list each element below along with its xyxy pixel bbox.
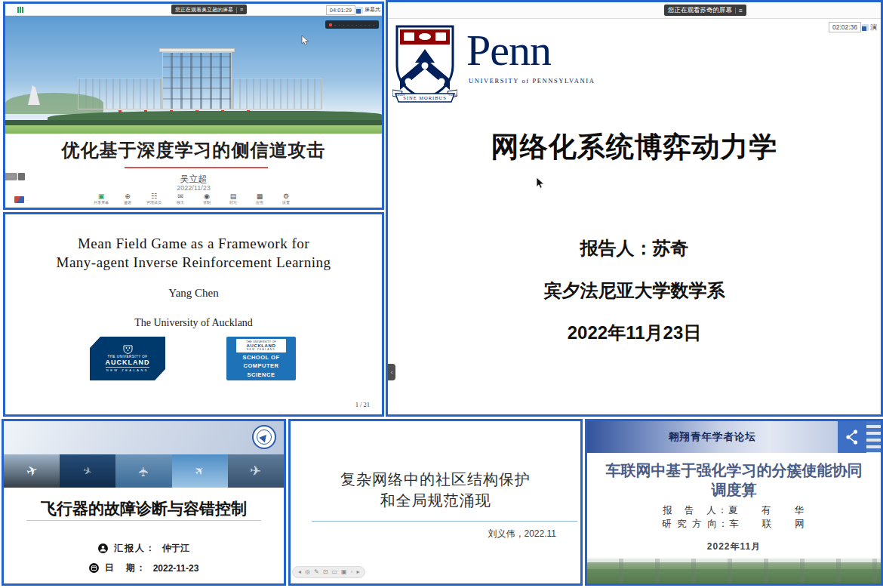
slide-date: 2022年11月 [587,540,881,553]
transcript-button[interactable]: ▤ 转写 [223,193,243,207]
presentation-toolbar[interactable]: ◂ ◎ ✎ ⊡ ▭ ▣ ◦ ▸ [292,566,365,578]
flying-wing-icon: ✈ [136,466,152,476]
apps-button[interactable]: ▦ 应用 [250,193,269,207]
view-toggle-label: 屏幕共享 [365,6,381,14]
slide-title: 飞行器的故障诊断与容错控制 [4,498,284,519]
meeting-topbar [388,2,881,19]
slide-affiliation: The University of Auckland [5,317,382,329]
slide-title-line2: Many-agent Inverse Reinforcement Learnin… [5,254,382,271]
members-button[interactable]: ☷ 管理成员 [144,193,164,207]
tooltip-text: 您正在观看苏奇的屏幕 [668,6,732,15]
tooltip-divider [236,7,237,13]
share-button[interactable] [838,421,866,453]
sidebar-collapse-tab[interactable]: ‹ [388,364,395,380]
video-tile-wulichao[interactable]: 您正在观看吴立超的屏幕 ≡ 04:01:29 屏幕共享 · · · [3,2,384,210]
subtitles-icon[interactable]: ▣ [341,569,347,575]
chat-button[interactable]: ✉ 聊天 [171,193,190,207]
invite-button[interactable]: ⊕ 邀请 [118,193,137,207]
aircraft-photo-transport: ✈ [228,454,284,488]
more-options-icon[interactable]: ◦ [351,569,353,575]
aircraft-photo-fighter-dark: ✈ [60,454,115,488]
video-tile-yangchen[interactable]: Mean Field Game as a Framework for Many-… [3,212,384,417]
building-tower [162,52,232,109]
slide-date-line: 2022年11月23日 [388,321,881,345]
members-icon: ☷ [151,193,157,200]
video-tile-liuyiwei[interactable]: 复杂网络中的社区结构保护 和全局规范涌现 刘义伟，2022.11 ◂ ◎ ✎ ⊡… [288,419,583,586]
mouse-cursor-black [536,177,545,189]
share-icon [845,428,860,446]
tooltip-menu-icon[interactable]: ≡ [240,7,243,12]
apps-icon: ▦ [257,193,263,200]
share-screen-button[interactable]: ▣ 共享屏幕 [91,193,111,207]
record-icon: ◉ [204,193,210,200]
watching-screen-tooltip[interactable]: 您正在观看吴立超的屏幕 ≡ [171,5,247,14]
next-slide-icon[interactable]: ▸ [356,569,359,575]
forum-title: 翱翔青年学者论坛 [587,421,838,453]
title-underline [26,520,261,521]
logo-ring [257,429,272,445]
slide-header-band [4,421,284,454]
share-screen-icon: ▣ [98,193,105,200]
slide-author: Yang Chen [5,287,382,300]
penn-wordmark: Penn [466,25,551,75]
slide-presenter-line: 报告人：苏奇 [388,236,881,260]
calendar-icon [89,563,99,573]
slide-title-line1: 复杂网络中的社区结构保护 [291,469,580,490]
video-tile-xiayouhua[interactable]: 翱翔青年学者论坛 车联网中基于强化学习的分簇使能协同 调度算 报 告 人：夏 有… [585,419,883,586]
tooltip-menu-icon[interactable]: ≡ [739,7,743,14]
slide-title-line1: Mean Field Game as a Framework for [5,236,382,252]
fighter-climb-icon: ✈ [192,463,208,479]
paper-plane-icon [259,432,269,442]
date-row: 日 期： 2022-11-23 [4,562,284,574]
slide-title-line2: 调度算 [587,480,881,500]
tooltip-text: 您正在观看吴立超的屏幕 [175,6,233,14]
slide-title: 网络化系统博弈动力学 [388,128,881,166]
layout-icon [356,7,363,14]
aircraft-photo-airliner: ✈ [4,454,60,488]
aircraft-photo-strip: ✈ ✈ ✈ ✈ ✈ [4,454,284,488]
meeting-timer: 04:01:29 [326,5,355,15]
settings-button[interactable]: ⚙ 设置 [276,193,296,207]
video-tile-zhongyujiang[interactable]: ✈ ✈ ✈ ✈ ✈ 飞行器的故障诊断与容错控制 汇报人： 仲于江 日 期： 20… [2,419,286,586]
transcript-icon: ▤ [230,193,237,200]
penn-subtitle: UNIVERSITY of PENNSYLVANIA [469,77,595,85]
pen-icon[interactable]: ✎ [314,569,319,575]
meeting-notification: · · · · · · · · · · [325,20,379,29]
fighter-icon: ✈ [82,463,94,478]
auckland-logo-card: THE UNIVERSITY OF AUCKLAND NEW ZEALAND [236,339,286,352]
zoom-icon[interactable]: ⊡ [323,569,328,575]
meeting-timer: 02:02:36 [829,22,861,32]
aircraft-photo-flying-wing: ✈ [115,454,171,488]
title-rule [312,521,577,522]
tooltip-divider [735,8,736,14]
meeting-toolbar: ▣ 共享屏幕 ⊕ 邀请 ☷ 管理成员 ✉ 聊天 ◉ 录制 ▤ 转写 [5,193,382,207]
slide-page-number: 1 / 21 [355,401,370,408]
meeting-grid: 您正在观看吴立超的屏幕 ≡ 04:01:29 屏幕共享 · · · [0,0,883,588]
view-toggle-button[interactable]: 屏幕共享 [356,6,381,14]
slide-title-line1: 车联网中基于强化学习的分簇使能协同 [587,460,881,481]
laser-pointer-icon[interactable]: ◎ [305,569,310,575]
slide-campus-photo: · · · · · · · · · · [5,16,382,134]
university-round-logo [252,425,276,449]
video-tile-suqi-active[interactable]: 您正在观看苏奇的屏幕 ≡ 02:02:36 演 LEGES VANAE SINE [386,0,883,417]
show-all-slides-icon[interactable]: ▭ [331,569,337,575]
aircraft-photo-fighter-climb: ✈ [172,454,228,488]
lawn [5,125,382,134]
presenter-line: 报 告 人：夏 有 华 [587,504,881,517]
penn-motto: SINE MORIBUS [403,95,447,100]
watching-screen-tooltip[interactable]: 您正在观看苏奇的屏幕 ≡ [664,5,746,16]
slide-title: 优化基于深度学习的侧信道攻击 [5,138,382,162]
slide-date: 2022/11/23 [5,184,382,192]
settings-icon: ⚙ [283,193,289,200]
campus-panorama-photo [587,559,881,583]
connection-signal-icon [17,7,24,13]
slide-affiliation-line: 宾夕法尼亚大学数学系 [388,279,881,303]
slide-byline: 刘义伟，2022.11 [488,528,557,540]
meeting-topbar: 您正在观看吴立超的屏幕 ≡ 04:01:29 屏幕共享 [5,4,382,16]
view-toggle-button[interactable]: 演 [862,23,881,32]
school-of-computer-science-logo: THE UNIVERSITY OF AUCKLAND NEW ZEALAND S… [226,337,296,380]
view-toggle-label: 演 [870,23,877,32]
record-button[interactable]: ◉ 录制 [197,193,217,207]
prev-slide-icon[interactable]: ◂ [298,569,301,575]
auckland-crest-icon [122,345,134,354]
